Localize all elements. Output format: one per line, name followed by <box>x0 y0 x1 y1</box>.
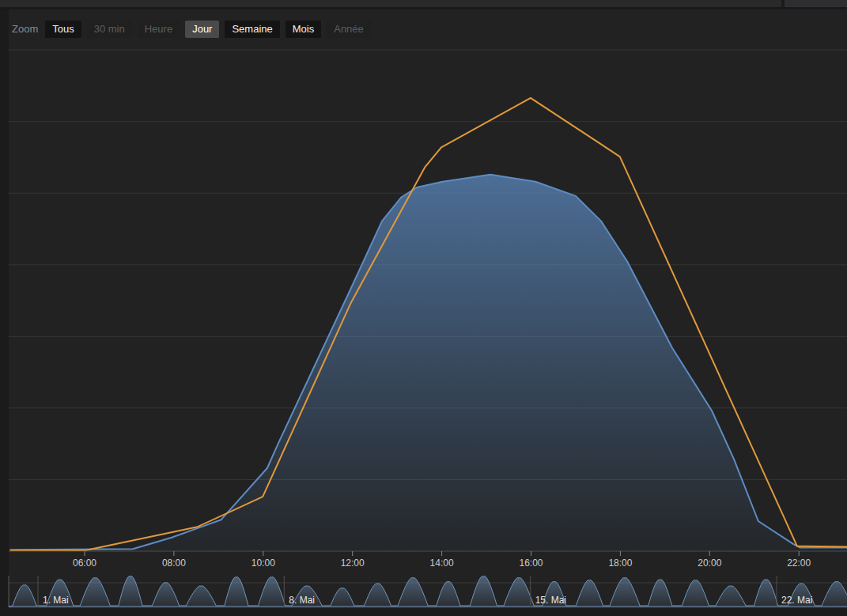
range-selector-toolbar: Zoom Tous30 minHeureJourSemaineMoisAnnée <box>10 20 371 38</box>
range-button-tous[interactable]: Tous <box>45 21 81 38</box>
x-axis-tick-label: 22:00 <box>787 557 811 569</box>
navigator-date-label: 22. Mai <box>781 595 812 606</box>
x-axis-tick-label: 06:00 <box>73 557 96 569</box>
x-axis-tick-label: 14:00 <box>430 557 454 569</box>
x-axis-tick-label: 08:00 <box>162 557 186 569</box>
range-button-année: Année <box>327 21 371 38</box>
range-button-mois[interactable]: Mois <box>285 21 321 38</box>
chart-canvas: 06:0008:0010:0012:0014:0016:0018:0020:00… <box>0 0 847 616</box>
x-axis-tick-label: 16:00 <box>519 557 543 569</box>
navigator-date-label: 15. Mai <box>535 595 566 606</box>
range-button-semaine[interactable]: Semaine <box>225 21 279 38</box>
range-button-jour[interactable]: Jour <box>185 21 219 38</box>
x-axis-tick-label: 10:00 <box>251 557 275 569</box>
navigator-date-label: 8. Mai <box>289 595 315 606</box>
chart-screen: 06:0008:0010:0012:0014:0016:0018:0020:00… <box>0 0 847 616</box>
zoom-label: Zoom <box>10 20 40 38</box>
x-axis-tick-label: 18:00 <box>608 557 632 569</box>
range-button-heure: Heure <box>138 21 180 38</box>
navigator-date-label: 1. Mai <box>43 595 69 606</box>
x-axis-tick-label: 20:00 <box>698 557 721 569</box>
x-axis-tick-label: 12:00 <box>341 557 365 569</box>
range-button-30-min: 30 min <box>87 21 132 38</box>
